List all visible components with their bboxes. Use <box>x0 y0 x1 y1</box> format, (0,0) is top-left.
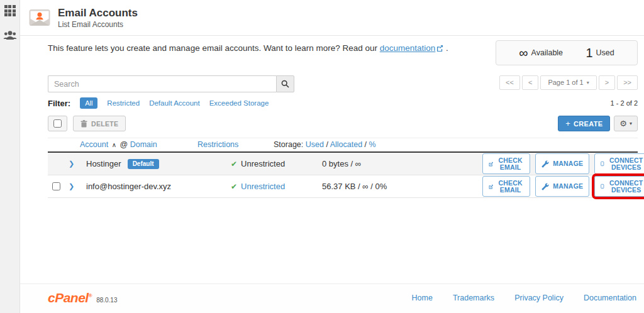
footer-link-trademarks[interactable]: Trademarks <box>453 294 494 302</box>
column-header-account-domain: Account ∧ @ Domain <box>80 140 157 149</box>
filter-label: Filter: <box>48 99 70 108</box>
pagination-range: 1 - 2 of 2 <box>611 99 638 107</box>
external-link-icon <box>436 45 443 52</box>
default-badge: Default <box>128 159 159 169</box>
sort-percent-link[interactable]: % <box>369 140 376 149</box>
wrench-icon <box>541 183 549 190</box>
filter-default-account[interactable]: Default Account <box>149 99 200 107</box>
chevron-down-icon: ▾ <box>630 121 632 126</box>
search-button[interactable] <box>276 75 294 92</box>
column-header-storage: Storage: Used / Allocated / % <box>274 140 376 149</box>
storage-value: 56.37 KB / ∞ / 0% <box>322 182 482 191</box>
restriction-status-link[interactable]: Unrestricted <box>241 182 285 191</box>
create-button[interactable]: + CREATE <box>558 116 610 131</box>
filter-all[interactable]: All <box>80 97 97 109</box>
email-accounts-table: Account ∧ @ Domain Restrictions Storage:… <box>48 138 638 198</box>
table-row: ❯ Hostinger Default ✔ Unrestricted 0 byt… <box>48 153 638 175</box>
documentation-link[interactable]: documentation <box>380 43 444 53</box>
pagination-first-button[interactable]: << <box>499 75 520 90</box>
storage-value: 0 bytes / ∞ <box>322 159 482 168</box>
restriction-status: Unrestricted <box>241 159 285 168</box>
connect-devices-button-highlighted[interactable]: CONNECT DEVICES <box>594 176 644 197</box>
account-name: Hostinger <box>86 159 121 168</box>
available-count: ∞ Available <box>519 47 563 59</box>
sort-account-link[interactable]: Account <box>80 140 108 149</box>
select-all-checkbox-wrap[interactable] <box>48 116 67 131</box>
expand-row-icon[interactable]: ❯ <box>69 160 74 168</box>
pagination-next-button[interactable]: > <box>599 75 615 90</box>
row-checkbox[interactable] <box>52 182 60 190</box>
intro-text: This feature lets you create and manage … <box>48 42 501 53</box>
gear-icon: ⚙ <box>619 119 627 128</box>
plus-icon: + <box>565 119 570 128</box>
chevron-down-icon: ▾ <box>587 80 589 85</box>
used-count: 1 Used <box>586 47 614 59</box>
pagination-last-button[interactable]: >> <box>617 75 638 90</box>
sort-asc-icon: ∧ <box>112 141 116 148</box>
check-icon: ✔ <box>231 160 237 168</box>
footer-link-home[interactable]: Home <box>412 294 433 302</box>
table-row: ❯ info@hostinger-dev.xyz ✔ Unrestricted … <box>48 175 638 198</box>
filter-restricted[interactable]: Restricted <box>107 99 140 107</box>
left-rail <box>0 0 20 313</box>
at-sign: @ <box>119 140 128 149</box>
app-window: Email Accounts List Email Accounts This … <box>0 0 644 313</box>
main-panel: Email Accounts List Email Accounts This … <box>20 0 644 313</box>
manage-button[interactable]: MANAGE <box>535 176 589 197</box>
filter-exceeded-storage[interactable]: Exceeded Storage <box>209 99 269 107</box>
sort-domain-link[interactable]: Domain <box>130 140 157 149</box>
search-icon <box>281 80 289 88</box>
used-label: Used <box>596 48 614 57</box>
cpanel-logo: cPanel® <box>48 290 92 305</box>
sort-restrictions-link[interactable]: Restrictions <box>197 140 238 149</box>
column-header-restrictions: Restrictions <box>197 140 238 149</box>
search-group <box>48 75 294 92</box>
table-header-row: Account ∧ @ Domain Restrictions Storage:… <box>48 138 638 153</box>
pagination-prev-button[interactable]: < <box>522 75 538 90</box>
sort-allocated-link[interactable]: Allocated <box>330 140 362 149</box>
wrench-icon <box>541 160 549 168</box>
pagination: << < Page 1 of 1▾ > >> <box>499 75 638 90</box>
select-all-checkbox[interactable] <box>53 119 62 128</box>
manage-button[interactable]: MANAGE <box>535 153 589 174</box>
usage-summary: ∞ Available 1 Used <box>496 40 638 65</box>
table-toolbar: DELETE + CREATE ⚙ ▾ <box>48 116 638 131</box>
edit-square-icon <box>489 160 493 168</box>
footer-link-privacy-policy[interactable]: Privacy Policy <box>514 294 564 302</box>
smartphone-icon <box>601 160 604 168</box>
edit-square-icon <box>489 183 493 190</box>
page-subtitle: List Email Accounts <box>58 20 138 29</box>
page-title: Email Accounts <box>58 6 138 19</box>
available-label: Available <box>531 48 564 57</box>
footer-link-documentation[interactable]: Documentation <box>584 294 636 302</box>
users-icon[interactable] <box>3 30 17 40</box>
filter-bar: Filter: All Restricted Default Account E… <box>48 97 269 109</box>
available-value: ∞ <box>519 47 528 59</box>
expand-row-icon[interactable]: ❯ <box>69 182 74 190</box>
check-email-button[interactable]: CHECK EMAIL <box>482 153 530 174</box>
page-header: Email Accounts List Email Accounts <box>20 0 644 36</box>
email-accounts-icon <box>29 8 50 27</box>
account-name: info@hostinger-dev.xyz <box>86 182 171 191</box>
page-footer: cPanel® 88.0.13 Home Trademarks Privacy … <box>20 283 644 313</box>
connect-devices-button[interactable]: CONNECT DEVICES <box>594 153 644 174</box>
search-input[interactable] <box>48 75 276 92</box>
used-value: 1 <box>586 47 592 59</box>
delete-button[interactable]: DELETE <box>73 116 126 131</box>
content-area: This feature lets you create and manage … <box>20 36 644 283</box>
check-icon: ✔ <box>231 182 237 191</box>
sort-used-link[interactable]: Used <box>306 140 324 149</box>
smartphone-icon <box>601 182 604 190</box>
apps-grid-icon[interactable] <box>4 5 16 16</box>
trash-icon <box>80 120 87 128</box>
pagination-page-dropdown[interactable]: Page 1 of 1▾ <box>540 75 596 90</box>
table-settings-button[interactable]: ⚙ ▾ <box>614 116 638 131</box>
version-number: 88.0.13 <box>96 297 117 304</box>
check-email-button[interactable]: CHECK EMAIL <box>482 176 530 197</box>
